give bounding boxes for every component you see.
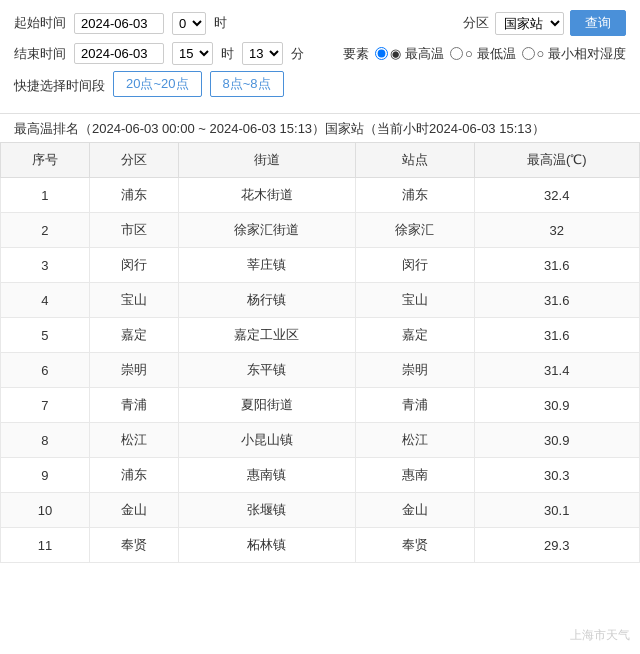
radio-mintemp-label: ○ 最低温 bbox=[465, 45, 515, 63]
cell-seq: 9 bbox=[1, 458, 90, 493]
table-row: 3闵行莘庄镇闵行31.6 bbox=[1, 248, 640, 283]
radio-humidity[interactable]: ○ 最小相对湿度 bbox=[522, 45, 626, 63]
cell-street: 嘉定工业区 bbox=[178, 318, 356, 353]
cell-zone: 嘉定 bbox=[89, 318, 178, 353]
watermark: 上海市天气 bbox=[570, 627, 630, 644]
cell-temp: 31.6 bbox=[474, 318, 639, 353]
cell-station: 青浦 bbox=[356, 388, 474, 423]
cell-temp: 29.3 bbox=[474, 528, 639, 563]
cell-temp: 32 bbox=[474, 213, 639, 248]
cell-zone: 浦东 bbox=[89, 458, 178, 493]
cell-street: 徐家汇街道 bbox=[178, 213, 356, 248]
cell-temp: 31.6 bbox=[474, 248, 639, 283]
th-street: 街道 bbox=[178, 143, 356, 178]
cell-street: 杨行镇 bbox=[178, 283, 356, 318]
cell-seq: 11 bbox=[1, 528, 90, 563]
th-temp: 最高温(℃) bbox=[474, 143, 639, 178]
cell-seq: 2 bbox=[1, 213, 90, 248]
radio-maxtemp-label: ◉ 最高温 bbox=[390, 45, 444, 63]
cell-street: 惠南镇 bbox=[178, 458, 356, 493]
cell-zone: 青浦 bbox=[89, 388, 178, 423]
table-row: 4宝山杨行镇宝山31.6 bbox=[1, 283, 640, 318]
top-controls: 起始时间 0 时 分区 国家站 查询 结束时间 15 时 13 bbox=[0, 0, 640, 563]
cell-temp: 30.9 bbox=[474, 423, 639, 458]
cell-zone: 松江 bbox=[89, 423, 178, 458]
cell-street: 张堰镇 bbox=[178, 493, 356, 528]
zone-select[interactable]: 国家站 bbox=[495, 12, 564, 35]
cell-station: 金山 bbox=[356, 493, 474, 528]
table-row: 5嘉定嘉定工业区嘉定31.6 bbox=[1, 318, 640, 353]
cell-seq: 10 bbox=[1, 493, 90, 528]
cell-street: 花木街道 bbox=[178, 178, 356, 213]
start-hour-select[interactable]: 0 bbox=[172, 12, 206, 35]
cell-station: 奉贤 bbox=[356, 528, 474, 563]
cell-seq: 6 bbox=[1, 353, 90, 388]
cell-temp: 30.9 bbox=[474, 388, 639, 423]
th-zone: 分区 bbox=[89, 143, 178, 178]
cell-station: 宝山 bbox=[356, 283, 474, 318]
cell-street: 东平镇 bbox=[178, 353, 356, 388]
end-min-select[interactable]: 13 bbox=[242, 42, 283, 65]
cell-temp: 31.6 bbox=[474, 283, 639, 318]
table-row: 2市区徐家汇街道徐家汇32 bbox=[1, 213, 640, 248]
cell-temp: 30.1 bbox=[474, 493, 639, 528]
cell-seq: 7 bbox=[1, 388, 90, 423]
cell-seq: 8 bbox=[1, 423, 90, 458]
radio-maxtemp[interactable]: ◉ 最高温 bbox=[375, 45, 444, 63]
min-unit: 分 bbox=[291, 45, 304, 63]
cell-zone: 崇明 bbox=[89, 353, 178, 388]
cell-zone: 闵行 bbox=[89, 248, 178, 283]
radio-mintemp[interactable]: ○ 最低温 bbox=[450, 45, 515, 63]
cell-seq: 1 bbox=[1, 178, 90, 213]
cell-seq: 3 bbox=[1, 248, 90, 283]
cell-seq: 5 bbox=[1, 318, 90, 353]
cell-temp: 32.4 bbox=[474, 178, 639, 213]
end-label: 结束时间 bbox=[14, 45, 66, 63]
cell-temp: 30.3 bbox=[474, 458, 639, 493]
hour-unit2: 时 bbox=[221, 45, 234, 63]
query-button[interactable]: 查询 bbox=[570, 10, 626, 36]
quick-btn-20[interactable]: 20点~20点 bbox=[113, 71, 202, 97]
hour-unit: 时 bbox=[214, 14, 227, 32]
cell-station: 松江 bbox=[356, 423, 474, 458]
cell-zone: 金山 bbox=[89, 493, 178, 528]
quick-btn-8[interactable]: 8点~8点 bbox=[210, 71, 284, 97]
cell-zone: 宝山 bbox=[89, 283, 178, 318]
table-row: 7青浦夏阳街道青浦30.9 bbox=[1, 388, 640, 423]
cell-station: 嘉定 bbox=[356, 318, 474, 353]
start-label: 起始时间 bbox=[14, 14, 66, 32]
cell-street: 夏阳街道 bbox=[178, 388, 356, 423]
end-date-input[interactable] bbox=[74, 43, 164, 64]
radio-humidity-label: ○ 最小相对湿度 bbox=[537, 45, 626, 63]
cell-station: 浦东 bbox=[356, 178, 474, 213]
quick-label: 快捷选择时间段 bbox=[14, 77, 105, 95]
cell-station: 惠南 bbox=[356, 458, 474, 493]
data-table: 序号 分区 街道 站点 最高温(℃) 1浦东花木街道浦东32.42市区徐家汇街道… bbox=[0, 142, 640, 563]
factor-label: 要素 bbox=[343, 45, 369, 63]
table-row: 6崇明东平镇崇明31.4 bbox=[1, 353, 640, 388]
table-row: 1浦东花木街道浦东32.4 bbox=[1, 178, 640, 213]
table-wrap: 序号 分区 街道 站点 最高温(℃) 1浦东花木街道浦东32.42市区徐家汇街道… bbox=[0, 142, 640, 563]
cell-zone: 浦东 bbox=[89, 178, 178, 213]
start-date-input[interactable] bbox=[74, 13, 164, 34]
cell-temp: 31.4 bbox=[474, 353, 639, 388]
zone-label: 分区 bbox=[463, 14, 489, 32]
table-row: 9浦东惠南镇惠南30.3 bbox=[1, 458, 640, 493]
cell-station: 徐家汇 bbox=[356, 213, 474, 248]
table-row: 8松江小昆山镇松江30.9 bbox=[1, 423, 640, 458]
cell-street: 小昆山镇 bbox=[178, 423, 356, 458]
subtitle: 最高温排名（2024-06-03 00:00 ~ 2024-06-03 15:1… bbox=[0, 114, 640, 142]
table-row: 11奉贤柘林镇奉贤29.3 bbox=[1, 528, 640, 563]
cell-zone: 市区 bbox=[89, 213, 178, 248]
cell-street: 莘庄镇 bbox=[178, 248, 356, 283]
th-seq: 序号 bbox=[1, 143, 90, 178]
table-row: 10金山张堰镇金山30.1 bbox=[1, 493, 640, 528]
table-header-row: 序号 分区 街道 站点 最高温(℃) bbox=[1, 143, 640, 178]
cell-station: 闵行 bbox=[356, 248, 474, 283]
cell-station: 崇明 bbox=[356, 353, 474, 388]
factor-radio-group: ◉ 最高温 ○ 最低温 ○ 最小相对湿度 bbox=[375, 45, 626, 63]
cell-zone: 奉贤 bbox=[89, 528, 178, 563]
end-hour-select[interactable]: 15 bbox=[172, 42, 213, 65]
cell-seq: 4 bbox=[1, 283, 90, 318]
cell-street: 柘林镇 bbox=[178, 528, 356, 563]
